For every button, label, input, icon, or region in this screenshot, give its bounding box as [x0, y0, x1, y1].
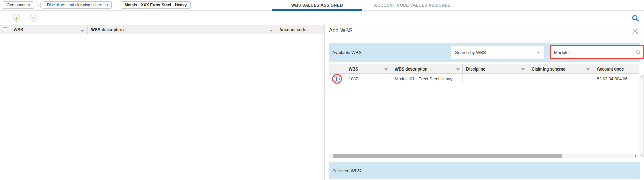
filter-icon[interactable]: [456, 67, 460, 72]
cell-discipline: [463, 74, 528, 84]
filter-icon[interactable]: [384, 67, 388, 72]
breadcrumb-components[interactable]: Components: [3, 1, 34, 9]
clear-filter-icon[interactable]: ×: [30, 15, 37, 22]
column-header-wbs[interactable]: WBS: [345, 64, 391, 74]
cell-account-code: 62.03.04.004.06: [593, 74, 639, 84]
column-header-discipline[interactable]: Discipline: [463, 64, 528, 74]
available-wbs-grid: WBS WBS description Discipline: [329, 64, 639, 84]
chevron-down-icon: [537, 52, 540, 53]
top-bar: Components › Disciplines and claiming sc…: [0, 0, 644, 11]
scrollbar-thumb[interactable]: [333, 154, 562, 158]
filter-icon[interactable]: [80, 28, 85, 33]
add-wbs-panel: Add WBS Available WBS Search by WBS: [324, 25, 644, 180]
add-row-cell: [329, 74, 345, 84]
column-header-add: [329, 64, 345, 74]
selected-wbs-label: Selected WBS: [329, 168, 361, 173]
panel-title: Add WBS: [329, 27, 352, 34]
breadcrumb-separator-icon: ›: [36, 2, 41, 8]
cell-wbs-description: Module 01 - Erect Steel Heavy: [391, 74, 463, 84]
column-header-wbs-description[interactable]: WBS description: [391, 64, 463, 74]
tab-label: ACCOUNT CODE VALUES ASSIGNED: [374, 3, 451, 8]
selected-wbs-section: Selected WBS: [329, 162, 640, 179]
assigned-wbs-grid-header: WBS WBS description Account code: [0, 25, 324, 34]
available-wbs-label: Available WBS: [332, 50, 362, 55]
column-label: Claiming scheme: [532, 67, 565, 72]
breadcrumb-separator-icon: ›: [114, 2, 118, 8]
scroll-up-icon[interactable]: [640, 76, 643, 77]
tab-wbs-values-assigned[interactable]: WBS VALUES ASSIGNED: [272, 0, 362, 11]
column-header-account-code[interactable]: Account code: [593, 64, 639, 74]
column-header-wbs[interactable]: WBS: [10, 25, 88, 34]
search-by-value: Search by WBS: [451, 50, 486, 55]
scroll-down-icon[interactable]: [640, 155, 643, 156]
available-wbs-grid-header: WBS WBS description Discipline: [329, 64, 639, 74]
table-row: 1087 Module 01 - Erect Steel Heavy 62.03…: [329, 74, 639, 84]
tab-label: WBS VALUES ASSIGNED: [291, 3, 343, 8]
column-label: WBS description: [91, 27, 124, 32]
cell-claiming-scheme: [528, 74, 593, 84]
filter-icon[interactable]: [269, 28, 273, 33]
breadcrumb: Components › Disciplines and claiming sc…: [3, 1, 191, 9]
column-label: Account code: [597, 67, 624, 72]
toolbar: + ×: [0, 11, 644, 25]
scroll-left-icon[interactable]: [330, 155, 331, 157]
column-label: WBS: [14, 27, 23, 32]
column-label: WBS: [349, 67, 358, 72]
header-select-all-cell: [0, 25, 10, 34]
breadcrumb-disciplines[interactable]: Disciplines and claiming schemes: [43, 1, 112, 9]
vertical-scrollbar[interactable]: [639, 74, 644, 158]
wbs-search-field-highlighted: [550, 45, 644, 59]
column-label: WBS description: [395, 67, 427, 72]
select-all-checkbox[interactable]: [3, 27, 7, 32]
breadcrumb-current-item[interactable]: Metals - XXX Erect Steel - Heavy: [121, 1, 191, 9]
add-icon[interactable]: +: [13, 15, 20, 22]
annotation-red-circle: [332, 74, 342, 84]
wbs-search-input[interactable]: [551, 46, 643, 58]
column-header-wbs-description[interactable]: WBS description: [88, 25, 276, 34]
column-label: Account code: [279, 27, 306, 32]
active-tab-underline: [272, 9, 362, 11]
column-label: Discipline: [466, 67, 485, 72]
available-wbs-section: Available WBS Search by WBS: [329, 43, 640, 62]
add-row-icon[interactable]: [334, 76, 340, 82]
content-area: WBS WBS description Account code Add WBS: [0, 25, 644, 180]
filter-icon[interactable]: [521, 67, 525, 72]
close-icon[interactable]: [632, 28, 639, 35]
filter-icon[interactable]: [586, 67, 590, 72]
search-by-dropdown[interactable]: Search by WBS: [451, 46, 544, 59]
column-header-claiming-scheme[interactable]: Claiming scheme: [528, 64, 593, 74]
cell-wbs: 1087: [345, 74, 391, 84]
disciplines-claiming-schemes-screen: Components › Disciplines and claiming sc…: [0, 0, 644, 180]
column-header-account-code[interactable]: Account code: [276, 25, 324, 34]
horizontal-scrollbar[interactable]: [329, 154, 638, 158]
search-icon[interactable]: [631, 14, 640, 22]
scroll-right-icon[interactable]: [635, 155, 637, 157]
tab-account-code-values-assigned[interactable]: ACCOUNT CODE VALUES ASSIGNED: [374, 0, 451, 11]
search-icon: [636, 49, 641, 56]
